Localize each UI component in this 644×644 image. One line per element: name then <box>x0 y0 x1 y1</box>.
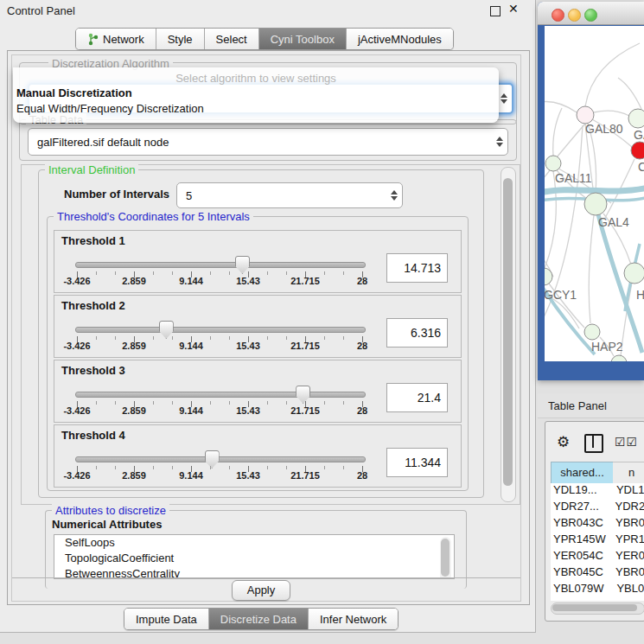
slider-tick <box>343 401 344 405</box>
table-row[interactable]: YDL19...YDL1 <box>551 483 644 500</box>
table-row[interactable]: YPR145WYPR1 <box>551 532 644 549</box>
scrollbar-thumb[interactable] <box>552 604 637 611</box>
slider-handle[interactable] <box>205 450 220 469</box>
minimize-traffic-light[interactable] <box>568 9 581 22</box>
column-layout-icon[interactable] <box>584 434 603 453</box>
slider-track[interactable] <box>75 392 366 398</box>
cell-name[interactable]: YPR1 <box>613 532 644 549</box>
slider-tick <box>210 401 211 405</box>
tab-infer-network[interactable]: Infer Network <box>309 609 398 629</box>
algorithm-option-manual[interactable]: Manual Discretization <box>16 86 492 99</box>
network-node-gal11[interactable] <box>545 156 561 171</box>
network-node-gal80[interactable] <box>577 106 594 124</box>
network-node-gcy1[interactable] <box>545 268 552 285</box>
threshold-value-field[interactable]: 21.4 <box>386 383 448 412</box>
table-row[interactable]: YBR045CYBR0 <box>551 565 644 582</box>
slider-tick <box>115 336 116 340</box>
threshold-value-field[interactable]: 14.713 <box>386 253 448 283</box>
attribute-list-item[interactable]: TopologicalCoefficient <box>54 551 454 566</box>
slider-tick-label: -3.426 <box>51 405 103 416</box>
slider-track[interactable] <box>75 456 366 462</box>
tab-cyni-toolbox[interactable]: Cyni Toolbox <box>259 29 347 49</box>
cell-shared-name[interactable]: YBR043C <box>551 516 613 532</box>
network-edge[interactable] <box>553 108 562 156</box>
slider-track[interactable] <box>75 262 366 268</box>
zoom-traffic-light[interactable] <box>584 9 597 22</box>
table-row[interactable]: YLR345WYLR3 <box>551 598 644 601</box>
algorithm-option-equal-width[interactable]: Equal Width/Frequency Discretization <box>16 102 492 115</box>
slider-track[interactable] <box>75 327 366 333</box>
cell-name[interactable]: YDL1 <box>614 483 644 500</box>
cell-shared-name[interactable]: YDR27... <box>551 500 613 516</box>
attribute-list-item[interactable]: SelfLoops <box>54 535 454 551</box>
cell-name[interactable]: YBL0 <box>614 582 644 598</box>
threshold-value-field[interactable]: 6.316 <box>386 318 448 348</box>
tab-network[interactable]: Network <box>76 29 156 49</box>
table-data-combobox[interactable]: galFiltered.sif default node <box>28 128 508 156</box>
slider-tick <box>115 271 116 275</box>
slider-tick <box>267 336 268 340</box>
list-scrollbar[interactable] <box>440 537 451 579</box>
cell-shared-name[interactable]: YBL079W <box>551 582 614 598</box>
slider-tick-label: 28 <box>336 470 388 481</box>
close-icon[interactable]: ✕ <box>508 2 519 16</box>
network-edge[interactable] <box>589 215 594 323</box>
table-row[interactable]: YBL079WYBL0 <box>551 582 644 598</box>
threshold-value-field[interactable]: 11.344 <box>386 448 448 477</box>
float-window-icon[interactable] <box>490 6 501 16</box>
table-row[interactable]: YBR043CYBR0 <box>551 516 644 532</box>
cell-name[interactable]: YLR3 <box>614 598 644 601</box>
table-panel-titlebar: Table Panel <box>538 393 644 418</box>
settings-scrollbar[interactable] <box>501 167 516 502</box>
network-edge[interactable] <box>618 78 641 109</box>
tab-jactivemnodules[interactable]: jActiveMNodules <box>347 29 453 49</box>
table-row[interactable]: YDR27...YDR2 <box>551 500 644 516</box>
slider-tick <box>286 401 287 405</box>
tab-discretize-data[interactable]: Discretize Data <box>209 609 309 629</box>
network-node-hap2[interactable] <box>584 324 600 340</box>
cell-name[interactable]: YDR2 <box>613 500 644 516</box>
cell-name[interactable]: YBR0 <box>613 516 644 532</box>
mode-tabbar: Impute Data Discretize Data Infer Networ… <box>124 608 399 630</box>
scrollbar-thumb[interactable] <box>503 178 513 486</box>
network-edge[interactable] <box>594 111 629 116</box>
cell-shared-name[interactable]: YER054C <box>551 549 613 565</box>
column-header-name[interactable]: n <box>613 462 644 484</box>
network-node-h[interactable] <box>624 263 644 284</box>
network-edge[interactable] <box>545 171 556 268</box>
apply-button[interactable]: Apply <box>232 580 290 601</box>
gear-icon[interactable]: ⚙ <box>557 433 570 451</box>
slider-tick <box>115 466 116 469</box>
select-columns-icons[interactable]: ☑☑ <box>615 435 638 449</box>
slider-tick <box>96 466 97 469</box>
network-node-c[interactable] <box>631 142 644 159</box>
number-of-intervals-combobox[interactable]: 5 <box>176 182 403 208</box>
cell-shared-name[interactable]: YDL19... <box>551 483 614 500</box>
network-node-gal4[interactable] <box>584 193 607 215</box>
scrollbar-thumb[interactable] <box>441 539 450 577</box>
cell-shared-name[interactable]: YPR145W <box>551 532 613 549</box>
column-header-shared-name[interactable]: shared... <box>551 462 614 484</box>
slider-tick-label: 9.144 <box>165 276 217 286</box>
network-canvas[interactable]: GAL80GACGAL11GAL4GCY1HHAP2 <box>545 26 644 361</box>
cell-shared-name[interactable]: YBR045C <box>551 565 613 582</box>
cell-shared-name[interactable]: YLR345W <box>551 598 614 601</box>
threshold-row: Threshold 2 -3.4262.8599.14415.4321.7152… <box>54 295 462 358</box>
numerical-attributes-list[interactable]: SelfLoopsTopologicalCoefficientBetweenne… <box>54 534 455 579</box>
table-rows[interactable]: YDL19...YDL1YDR27...YDR2YBR043CYBR0YPR14… <box>551 483 644 601</box>
close-traffic-light[interactable] <box>552 9 564 22</box>
cell-name[interactable]: YER0 <box>613 549 644 565</box>
table-row[interactable]: YER054CYER0 <box>551 549 644 565</box>
cell-name[interactable]: YBR0 <box>613 565 644 582</box>
network-edge[interactable] <box>585 43 640 106</box>
tab-style[interactable]: Style <box>156 29 205 49</box>
network-node-ga[interactable] <box>628 109 644 128</box>
tab-select[interactable]: Select <box>205 29 259 49</box>
network-edge-thick[interactable] <box>545 188 644 193</box>
network-window-titlebar[interactable] <box>538 2 644 25</box>
slider-handle[interactable] <box>296 386 310 404</box>
tab-impute-data[interactable]: Impute Data <box>124 609 209 629</box>
network-edge[interactable] <box>545 170 550 183</box>
table-hscrollbar[interactable] <box>551 603 644 615</box>
number-of-intervals-label: Number of Intervals <box>64 188 169 201</box>
